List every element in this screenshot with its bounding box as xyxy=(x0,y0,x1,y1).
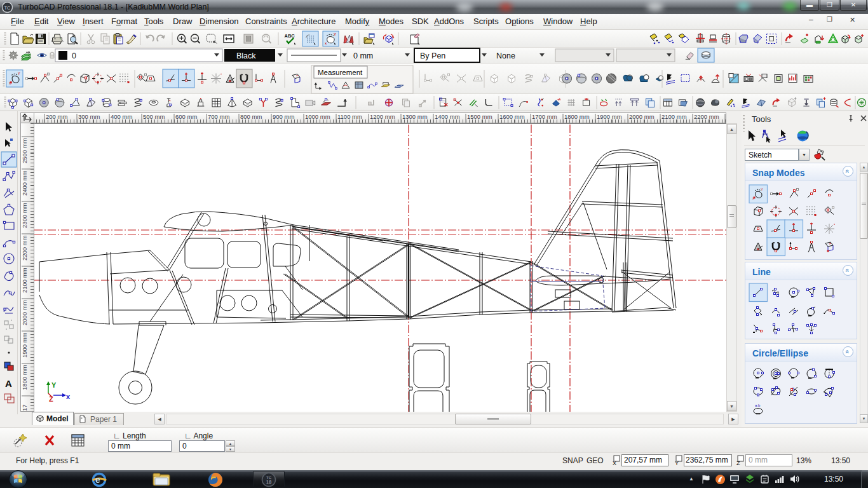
svg-text:x: x xyxy=(66,393,71,400)
svg-text:2200 mm: 2200 mm xyxy=(21,235,28,261)
svg-text:Y: Y xyxy=(761,187,763,191)
svg-text:Z: Z xyxy=(736,460,740,466)
svg-text:By Pen: By Pen xyxy=(420,51,445,60)
svg-text:2000 mm: 2000 mm xyxy=(629,113,654,120)
svg-text:900 mm: 900 mm xyxy=(273,113,294,120)
svg-text:200 mm: 200 mm xyxy=(46,113,67,120)
svg-text:800 mm: 800 mm xyxy=(240,113,262,120)
svg-text:400 mm: 400 mm xyxy=(111,113,132,120)
svg-text:600 mm: 600 mm xyxy=(175,113,197,120)
svg-text:1700 mm: 1700 mm xyxy=(532,113,557,120)
svg-text:2100 mm: 2100 mm xyxy=(21,268,28,293)
svg-text:1500 mm: 1500 mm xyxy=(467,113,492,120)
svg-text:2400 mm: 2400 mm xyxy=(21,170,28,196)
svg-text:0 mm: 0 mm xyxy=(353,51,373,60)
svg-text:2200 mm: 2200 mm xyxy=(694,113,719,120)
svg-text:300 mm: 300 mm xyxy=(78,113,100,120)
svg-text:Y: Y xyxy=(51,381,57,389)
svg-text:1200 mm: 1200 mm xyxy=(370,113,395,120)
svg-text:1900 mm: 1900 mm xyxy=(597,113,622,120)
svg-text:A: A xyxy=(5,378,12,389)
svg-text:1400 mm: 1400 mm xyxy=(435,113,460,120)
svg-text:17: 17 xyxy=(21,404,28,411)
svg-text:18: 18 xyxy=(266,479,271,485)
svg-text:1100 mm: 1100 mm xyxy=(337,113,362,120)
svg-text:Y: Y xyxy=(675,460,679,466)
svg-text:1800 mm: 1800 mm xyxy=(564,113,590,120)
svg-text:Z: Z xyxy=(49,395,53,403)
svg-text:TC: TC xyxy=(4,6,10,10)
svg-text:2100 mm: 2100 mm xyxy=(661,113,687,120)
svg-text:1300 mm: 1300 mm xyxy=(402,113,428,120)
svg-text:2500 mm: 2500 mm xyxy=(21,138,28,163)
svg-text:1000 mm: 1000 mm xyxy=(305,113,330,120)
svg-text:1900 mm: 1900 mm xyxy=(21,332,28,358)
svg-text:e: e xyxy=(95,475,100,485)
svg-text:2000 mm: 2000 mm xyxy=(21,300,28,325)
svg-text:1800 mm: 1800 mm xyxy=(21,365,28,390)
svg-text:500 mm: 500 mm xyxy=(143,113,165,120)
svg-text:Measurement: Measurement xyxy=(318,69,363,76)
svg-text:a:b: a:b xyxy=(755,403,761,407)
svg-text:X: X xyxy=(613,460,616,466)
svg-text:0: 0 xyxy=(72,51,76,60)
svg-text:ABC: ABC xyxy=(285,33,295,39)
svg-text:Y: Y xyxy=(334,32,336,36)
svg-text:2300 mm: 2300 mm xyxy=(21,203,28,228)
svg-text:Black: Black xyxy=(236,51,256,60)
svg-text:1600 mm: 1600 mm xyxy=(499,113,525,120)
svg-text:None: None xyxy=(496,51,515,60)
svg-text:700 mm: 700 mm xyxy=(208,113,229,120)
